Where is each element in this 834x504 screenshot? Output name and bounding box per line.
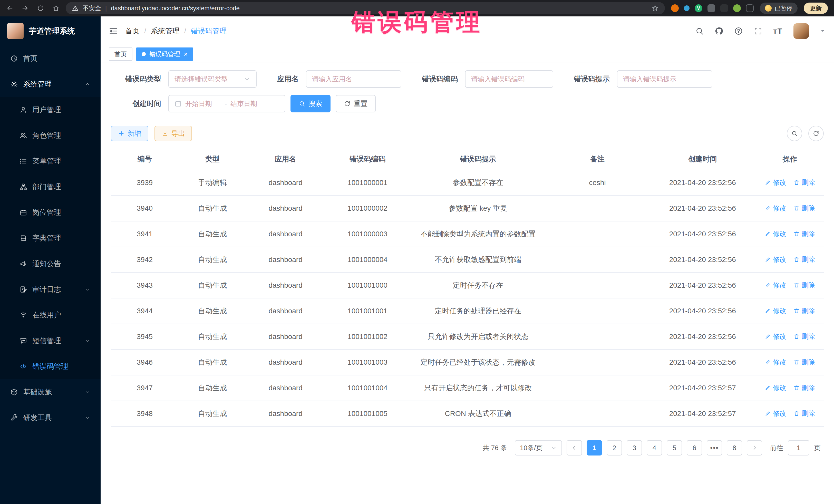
menu-fold-icon[interactable] <box>109 26 118 36</box>
breadcrumb-home[interactable]: 首页 <box>125 26 139 36</box>
sidebar-item-dict[interactable]: 字典管理 <box>0 225 101 251</box>
cell-time: 2021-04-20 23:52:56 <box>649 350 756 375</box>
delete-link[interactable]: 删除 <box>793 332 815 341</box>
delete-link[interactable]: 删除 <box>793 178 815 187</box>
edit-link[interactable]: 修改 <box>765 255 786 264</box>
sidebar-item-menu[interactable]: 菜单管理 <box>0 148 101 174</box>
avatar[interactable] <box>793 23 809 39</box>
edit-link[interactable]: 修改 <box>765 332 786 341</box>
add-button[interactable]: 新增 <box>111 126 148 141</box>
delete-icon <box>793 333 799 339</box>
app-name-input[interactable] <box>306 70 401 88</box>
page-button-3[interactable]: 3 <box>627 440 642 456</box>
cell-time: 2021-04-20 23:52:56 <box>649 272 756 298</box>
error-code-input[interactable] <box>465 70 553 88</box>
forward-icon[interactable] <box>22 5 29 12</box>
home-icon[interactable] <box>52 5 60 12</box>
end-date-input[interactable] <box>231 100 266 108</box>
close-icon[interactable]: × <box>184 51 188 58</box>
font-size-icon[interactable]: тT <box>773 27 783 36</box>
toggle-search-button[interactable] <box>787 126 802 141</box>
help-icon[interactable] <box>734 27 743 36</box>
update-button[interactable]: 更新 <box>804 3 828 14</box>
sidebar-item-infra[interactable]: 基础设施 <box>0 379 101 405</box>
error-type-select[interactable]: 请选择错误码类型 <box>168 70 257 88</box>
caret-down-icon[interactable] <box>820 28 826 34</box>
extension-icon-leaf[interactable] <box>733 4 741 12</box>
extension-icon-blue[interactable] <box>684 5 689 11</box>
delete-link[interactable]: 删除 <box>793 281 815 290</box>
sidebar-item-errorcode[interactable]: 错误码管理 <box>0 354 101 379</box>
extensions-puzzle-icon[interactable] <box>707 4 715 12</box>
sidebar-item-home[interactable]: 首页 <box>0 46 101 71</box>
page-button-5[interactable]: 5 <box>667 440 682 456</box>
edit-link[interactable]: 修改 <box>765 358 786 367</box>
page-button-1[interactable]: 1 <box>587 440 602 456</box>
sidebar-item-post[interactable]: 岗位管理 <box>0 200 101 225</box>
edit-link[interactable]: 修改 <box>765 229 786 238</box>
edit-link[interactable]: 修改 <box>765 178 786 187</box>
topbar-actions: тT <box>695 23 826 39</box>
tab-error-code[interactable]: 错误码管理 × <box>136 47 193 61</box>
delete-link[interactable]: 删除 <box>793 409 815 418</box>
page-ellipsis[interactable]: ••• <box>707 440 722 456</box>
next-page-button[interactable] <box>747 440 762 456</box>
page-button-2[interactable]: 2 <box>607 440 622 456</box>
extension-icon-dark[interactable] <box>720 4 728 12</box>
github-icon[interactable] <box>715 27 723 36</box>
delete-link[interactable]: 删除 <box>793 384 815 392</box>
cell-id: 3945 <box>111 324 179 350</box>
extension-icon-pin[interactable] <box>746 4 754 12</box>
sidebar-item-sms[interactable]: 短信管理 <box>0 328 101 354</box>
reset-button[interactable]: 重置 <box>336 95 376 112</box>
cell-id: 3940 <box>111 196 179 221</box>
search-icon[interactable] <box>695 27 704 36</box>
sidebar-item-user[interactable]: 用户管理 <box>0 97 101 123</box>
edit-link[interactable]: 修改 <box>765 306 786 315</box>
goto-page-input[interactable] <box>788 440 809 456</box>
prev-page-button[interactable] <box>567 440 582 456</box>
sidebar-item-label: 审计日志 <box>32 285 80 294</box>
export-button[interactable]: 导出 <box>154 126 192 141</box>
delete-link[interactable]: 删除 <box>793 229 815 238</box>
back-icon[interactable] <box>6 5 13 12</box>
chevron-down-icon <box>85 415 90 421</box>
delete-link[interactable]: 删除 <box>793 204 815 213</box>
warning-icon <box>72 5 79 12</box>
sidebar-item-label: 系统管理 <box>23 79 80 89</box>
edit-link[interactable]: 修改 <box>765 384 786 392</box>
page-button-8[interactable]: 8 <box>727 440 742 456</box>
create-time-range[interactable]: - <box>168 95 285 112</box>
edit-link[interactable]: 修改 <box>765 204 786 213</box>
sidebar-item-system[interactable]: 系统管理 <box>0 71 101 97</box>
sidebar-item-notice[interactable]: 通知公告 <box>0 251 101 277</box>
start-date-input[interactable] <box>185 100 221 108</box>
sidebar-item-audit[interactable]: 审计日志 <box>0 277 101 302</box>
page-button-4[interactable]: 4 <box>647 440 662 456</box>
edit-link[interactable]: 修改 <box>765 409 786 418</box>
sidebar-item-online[interactable]: 在线用户 <box>0 302 101 328</box>
delete-link[interactable]: 删除 <box>793 306 815 315</box>
page-size-select[interactable]: 10条/页 <box>515 440 562 456</box>
fullscreen-icon[interactable] <box>754 27 762 36</box>
edit-link-label: 修改 <box>773 255 786 264</box>
error-hint-input[interactable] <box>617 70 712 88</box>
filter-label-app: 应用名 <box>277 74 299 84</box>
reload-icon[interactable] <box>37 5 44 12</box>
delete-link[interactable]: 删除 <box>793 358 815 367</box>
extension-icon-red[interactable] <box>671 4 679 12</box>
search-button[interactable]: 搜索 <box>290 95 331 112</box>
page-button-6[interactable]: 6 <box>687 440 702 456</box>
sidebar-item-devtool[interactable]: 研发工具 <box>0 405 101 431</box>
refresh-table-button[interactable] <box>808 126 824 141</box>
tab-home[interactable]: 首页 <box>109 47 132 61</box>
breadcrumb-system[interactable]: 系统管理 <box>151 26 180 36</box>
sidebar-item-dept[interactable]: 部门管理 <box>0 174 101 200</box>
paused-badge[interactable]: 已暂停 <box>760 3 797 14</box>
edit-link[interactable]: 修改 <box>765 281 786 290</box>
cell-app: dashboard <box>246 401 325 426</box>
extension-icon-green[interactable]: V <box>695 4 702 12</box>
delete-link[interactable]: 删除 <box>793 255 815 264</box>
sidebar-item-role[interactable]: 角色管理 <box>0 123 101 148</box>
bookmark-star-icon[interactable] <box>652 5 659 12</box>
